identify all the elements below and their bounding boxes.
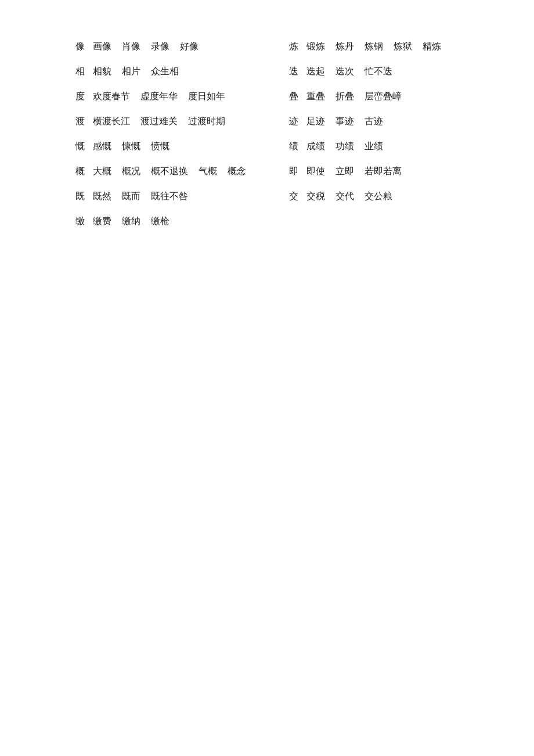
list-item: 气概: [199, 165, 217, 178]
list-item: 虚度年华: [140, 91, 178, 103]
list-item: 层峦叠嶂: [365, 91, 402, 103]
column-spacer: [262, 141, 289, 153]
table-row: 概大概概况概不退换气概概念即即使立即若即若离: [75, 165, 459, 178]
list-item: 渡过难关: [140, 116, 178, 128]
list-item: 缴费: [93, 215, 111, 228]
list-item: 大概: [93, 165, 111, 178]
char-key: 像: [75, 41, 85, 53]
table-row: 慨感慨慷慨愤慨绩成绩功绩业绩: [75, 141, 459, 153]
list-item: 横渡长江: [93, 116, 130, 128]
list-item: 交税: [306, 190, 325, 203]
right-col: 叠重叠折叠层峦叠嶂: [289, 91, 459, 103]
left-col: 既既然既而既往不咎: [75, 190, 262, 203]
left-col: 像画像肖像录像好像: [75, 41, 262, 53]
list-item: 炼钢: [365, 41, 383, 53]
list-item: 录像: [151, 41, 169, 53]
list-item: 即使: [306, 165, 325, 178]
column-spacer: [262, 116, 289, 128]
table-row: 像画像肖像录像好像炼锻炼炼丹炼钢炼狱精炼: [75, 41, 459, 53]
list-item: 重叠: [306, 91, 325, 103]
list-item: 概况: [122, 165, 140, 178]
list-item: 足迹: [306, 116, 325, 128]
list-item: 缴纳: [122, 215, 140, 228]
right-col: 迹足迹事迹古迹: [289, 116, 459, 128]
list-item: 肖像: [122, 41, 140, 53]
char-key: 缴: [75, 215, 85, 228]
char-key: 迭: [289, 66, 298, 78]
right-col: 绩成绩功绩业绩: [289, 141, 459, 153]
table-row: 度欢度春节虚度年华度日如年叠重叠折叠层峦叠嶂: [75, 91, 459, 103]
list-item: 画像: [93, 41, 111, 53]
left-col: 慨感慨慷慨愤慨: [75, 141, 262, 153]
list-item: 交公粮: [365, 190, 392, 203]
char-key: 既: [75, 190, 85, 203]
list-item: 过渡时期: [188, 116, 225, 128]
list-item: 事迹: [335, 116, 354, 128]
char-key: 度: [75, 91, 85, 103]
char-key: 渡: [75, 116, 85, 128]
list-item: 古迹: [365, 116, 383, 128]
list-item: 愤慨: [151, 141, 169, 153]
list-item: 功绩: [335, 141, 354, 153]
list-item: 既而: [122, 190, 140, 203]
list-item: 慷慨: [122, 141, 140, 153]
list-item: 折叠: [335, 91, 354, 103]
char-key: 相: [75, 66, 85, 78]
table-row: 相相貌相片众生相迭迭起迭次忙不迭: [75, 66, 459, 78]
list-item: 精炼: [423, 41, 441, 53]
list-item: 众生相: [151, 66, 179, 78]
table-row: 缴缴费缴纳缴枪: [75, 215, 459, 228]
list-item: 业绩: [365, 141, 383, 153]
list-item: 立即: [335, 165, 354, 178]
list-item: 既然: [93, 190, 111, 203]
main-content: 像画像肖像录像好像炼锻炼炼丹炼钢炼狱精炼相相貌相片众生相迭迭起迭次忙不迭度欢度春…: [0, 0, 534, 281]
left-col: 渡横渡长江渡过难关过渡时期: [75, 116, 262, 128]
list-item: 欢度春节: [93, 91, 130, 103]
right-col: 迭迭起迭次忙不迭: [289, 66, 459, 78]
right-col: 炼锻炼炼丹炼钢炼狱精炼: [289, 41, 459, 53]
char-key: 概: [75, 165, 85, 178]
list-item: 相片: [122, 66, 140, 78]
char-key: 绩: [289, 141, 298, 153]
list-item: 感慨: [93, 141, 111, 153]
list-item: 忙不迭: [365, 66, 392, 78]
char-key: 叠: [289, 91, 298, 103]
column-spacer: [262, 190, 289, 203]
list-item: 迭起: [306, 66, 325, 78]
right-col: 交交税交代交公粮: [289, 190, 459, 203]
column-spacer: [262, 41, 289, 53]
list-item: 交代: [335, 190, 354, 203]
left-col: 概大概概况概不退换气概概念: [75, 165, 262, 178]
table-row: 渡横渡长江渡过难关过渡时期迹足迹事迹古迹: [75, 116, 459, 128]
left-col: 相相貌相片众生相: [75, 66, 262, 78]
list-item: 度日如年: [188, 91, 225, 103]
char-key: 炼: [289, 41, 298, 53]
list-item: 好像: [180, 41, 199, 53]
column-spacer: [262, 66, 289, 78]
list-item: 成绩: [306, 141, 325, 153]
column-spacer: [262, 165, 289, 178]
list-item: 若即若离: [365, 165, 402, 178]
list-item: 迭次: [335, 66, 354, 78]
right-col: 即即使立即若即若离: [289, 165, 459, 178]
column-spacer: [262, 91, 289, 103]
list-item: 炼丹: [335, 41, 354, 53]
column-spacer: [262, 215, 289, 228]
list-item: 缴枪: [151, 215, 169, 228]
list-item: 概念: [228, 165, 246, 178]
left-col: 度欢度春节虚度年华度日如年: [75, 91, 262, 103]
list-item: 锻炼: [306, 41, 325, 53]
table-row: 既既然既而既往不咎交交税交代交公粮: [75, 190, 459, 203]
char-key: 迹: [289, 116, 298, 128]
char-key: 即: [289, 165, 298, 178]
list-item: 相貌: [93, 66, 111, 78]
right-col: [289, 215, 459, 228]
char-key: 慨: [75, 141, 85, 153]
left-col: 缴缴费缴纳缴枪: [75, 215, 262, 228]
char-key: 交: [289, 190, 298, 203]
list-item: 概不退换: [151, 165, 188, 178]
list-item: 炼狱: [394, 41, 412, 53]
list-item: 既往不咎: [151, 190, 188, 203]
